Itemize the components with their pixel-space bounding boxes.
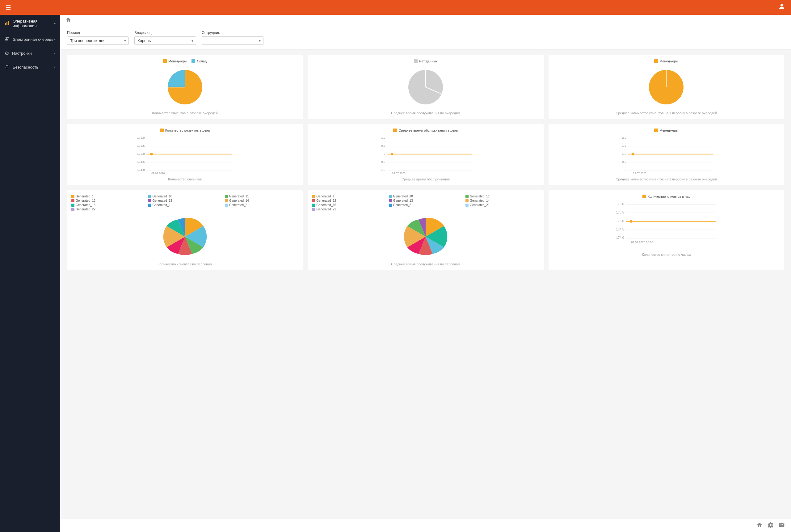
line-hours-legend-item: Количество клиентов в час [642,195,690,198]
svg-text:174.0: 174.0 [137,168,145,171]
owner-select-wrapper: Корень [134,36,196,45]
gen2-item-14: Generated_14 [465,199,539,202]
topbar: ☰ [0,0,791,15]
legend-dot-warehouse [192,59,195,63]
chevron-down-icon-4: ▾ [54,65,56,69]
gen-item-2: Generated_2 [148,203,221,207]
footer-home-icon[interactable] [756,522,763,530]
svg-text:09.07.2020: 09.07.2020 [392,172,406,175]
gen-label-2: Generated_2 [152,203,170,207]
svg-text:175.5: 175.5 [137,144,145,147]
line2-legend-dot [393,129,397,132]
filters-bar: Период Три последних дня Последний день … [60,26,791,50]
pie1-container [163,65,207,109]
legend-managers: Менеджеры [163,59,187,63]
pie3-container [644,65,688,109]
svg-text:09.07.2020: 09.07.2020 [633,172,647,175]
gen2-label-1: Generated_1 [316,195,334,198]
period-label: Период [67,31,129,35]
owner-select[interactable]: Корень [134,36,196,45]
sidebar-item-queue[interactable]: Электронная очередь ▾ [0,32,60,46]
svg-text:174.5: 174.5 [616,228,624,231]
gen-item-10: Generated_10 [148,195,221,198]
main-layout: Оперативная информация ▾ Электронная оче… [0,15,791,532]
footer-settings-icon[interactable] [768,522,774,530]
pie2-subtitle: Среднее время обслуживания по очередям [391,111,460,115]
gen2-item-2: Generated_2 [389,203,462,207]
legend-dot-managers-3 [654,59,658,63]
svg-point-38 [391,153,393,156]
owner-label: Владелец [134,31,196,35]
legend-no-data: Нет данных [414,59,438,63]
employee-select[interactable] [202,36,264,45]
gen-dot-14 [225,199,228,202]
chart-card-avg-service-persons: Generated_1 Generated_10 Generated_11 [308,190,543,270]
gen-label-22: Generated_22 [76,208,95,211]
pie1-subtitle: Количество клиентов в разрезе очередей [152,111,218,115]
svg-text:0: 0 [624,168,626,171]
sidebar-item-security[interactable]: 🛡 Безопасность ▾ [0,60,60,74]
svg-point-4 [5,37,7,39]
svg-text:174.5: 174.5 [137,160,145,164]
legend-label-managers: Менеджеры [168,59,187,63]
chart-card-avg-clients-person-queues: Менеджеры Среднее количество клиентов на… [548,55,784,119]
sidebar-label-settings: Настройки [12,51,32,56]
line-hours-legend-dot [642,195,646,198]
svg-text:1.5: 1.5 [622,144,626,147]
chart-card-clients-persons: Generated_1 Generated_10 Generated_11 [67,190,303,270]
line1-svg: 176.0 175.5 175.0 174.5 174.0 [71,135,298,175]
gen-legend-1: Generated_1 Generated_10 Generated_11 [71,195,298,211]
line3-legend-dot [654,129,658,132]
svg-text:09.07.2020 08:00: 09.07.2020 08:00 [631,241,653,244]
svg-point-51 [632,153,634,156]
dashboard-content: Менеджеры Склад [60,50,791,519]
line2-subtitle: Среднее время обслуживания [402,177,450,181]
line3-legend-item: Менеджеры [654,129,678,132]
line3-subtitle: Среднее количество клиентов на 1 персону… [616,177,717,181]
menu-icon[interactable]: ☰ [5,4,11,11]
user-icon[interactable] [778,3,786,12]
pie2-svg [404,65,447,109]
sidebar-item-settings[interactable]: ⚙ Настройки ▾ [0,46,60,60]
gen2-item-1: Generated_1 [312,195,385,198]
employee-filter-group: Сотрудник [202,31,264,45]
gen-dot-13 [148,199,151,202]
line1-legend-item: Количество клиентов в день [160,129,210,132]
line-hours-subtitle: Количество клиентов по часам [642,253,691,256]
legend-label-managers-3: Менеджеры [659,59,678,63]
line1-legend: Количество клиентов в день [160,129,210,132]
footer-mail-icon[interactable] [779,522,785,530]
svg-text:0.5: 0.5 [622,160,626,164]
line1-legend-label: Количество клиентов в день [165,129,210,132]
gen2-item-22: Generated_22 [312,208,385,211]
svg-rect-1 [5,23,6,25]
svg-text:2.0: 2.0 [622,136,626,139]
svg-text:175.0: 175.0 [137,152,145,155]
svg-text:-0.5: -0.5 [380,160,385,164]
gen-dot-10 [148,195,151,198]
period-select[interactable]: Три последних дня Последний день Последн… [67,36,129,45]
period-select-wrapper: Три последних дня Последний день Последн… [67,36,129,45]
sidebar-label-operative: Оперативная информация [13,19,54,28]
pie-persons2-subtitle: Среднее время обслуживания по персонам [391,262,460,266]
gen2-item-11: Generated_11 [465,195,539,198]
breadcrumb [60,15,791,26]
gen2-label-21: Generated_21 [470,203,489,207]
sidebar: Оперативная информация ▾ Электронная оче… [0,15,60,532]
home-breadcrumb-icon[interactable] [66,17,71,23]
chart-card-clients-hours: Количество клиентов в час 176.0 175.5 17… [548,190,784,270]
gen-dot-2 [148,204,151,207]
line2-legend-label: Среднее время обслуживания в день [399,129,458,132]
gen2-dot-1 [312,195,315,198]
gen-item-13: Generated_13 [148,199,221,202]
line-hours-legend-label: Количество клиентов в час [648,195,690,198]
sidebar-item-operative[interactable]: Оперативная информация ▾ [0,15,60,32]
gen2-label-22: Generated_22 [316,208,336,211]
svg-text:-1.0: -1.0 [380,168,385,171]
line-hours-container: 176.0 175.5 175.0 174.5 174.0 [553,201,780,250]
gen2-label-10: Generated_10 [393,195,413,198]
svg-text:1.0: 1.0 [381,136,385,139]
gen-label-13: Generated_13 [152,199,172,202]
footer [60,519,791,532]
pie-persons2-svg [402,213,449,260]
